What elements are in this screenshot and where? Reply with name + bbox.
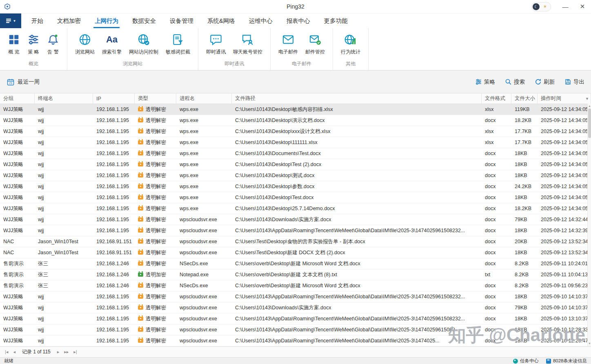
column-header-format[interactable]: 文件格式 (482, 93, 511, 104)
tab-start[interactable]: 开始 (24, 13, 50, 28)
table-row[interactable]: WJJ策略 wjj 192.168.1.195 透明解密 wpscloudsvr… (0, 313, 591, 324)
message-icon (546, 359, 551, 364)
ribbon-item-instant-messaging[interactable]: 即时通讯 (202, 30, 229, 55)
cell-group: WJJ策略 (0, 183, 35, 190)
ribbon-item-browse-web[interactable]: 浏览网站 (71, 30, 98, 55)
tab-more-features[interactable]: 更多功能 (317, 13, 355, 28)
cell-optime: 2025-09-12 14:34:05 (538, 151, 591, 156)
table-row[interactable]: NAC Jason_Win10Test 192.168.91.151 透明解密 … (0, 236, 591, 247)
padlock-icon (138, 229, 143, 233)
cell-process: NSecDs.exe (176, 261, 232, 266)
fast-forward-button[interactable]: ▸▸ (63, 349, 69, 355)
first-page-button[interactable]: |◂ (4, 349, 9, 355)
scroll-down-arrow[interactable]: ▼ (588, 341, 591, 346)
cell-process: wps.exe (176, 162, 232, 167)
scrollbar-thumb[interactable] (588, 109, 591, 138)
column-header-optime[interactable]: 操作时间 (538, 93, 591, 104)
table-row[interactable]: WJJ策略 wjj 192.168.1.195 透明解密 wps.exe C:\… (0, 170, 591, 181)
ribbon-item-web-access-control[interactable]: 网站访问控制 (125, 30, 162, 55)
table-row[interactable]: WJJ策略 wjj 192.168.1.195 透明解密 wpscloudsvr… (0, 291, 591, 302)
cell-format: docx (482, 184, 511, 189)
cell-format: docx (482, 217, 511, 222)
ribbon-item-mail-control[interactable]: 邮件管控 (302, 30, 329, 55)
tab-system-network[interactable]: 系统&网络 (200, 13, 242, 28)
cell-filepath: C:\Users\Test\Desktop\新建 DOCX 文档 (2).doc… (232, 249, 482, 256)
cell-type: 透明解密 (135, 117, 176, 124)
cell-group: WJJ策略 (0, 315, 35, 322)
ribbon-item-behavior-stats[interactable]: 行为统计 (337, 30, 364, 55)
policy-button[interactable]: 策略 (475, 78, 495, 86)
table-row[interactable]: WJJ策略 wjj 192.168.1.195 透明解密 wps.exe C:\… (0, 181, 591, 192)
table-row[interactable]: 售前演示 张三 192.168.1.246 透明解密 NSecDs.exe C:… (0, 280, 591, 291)
table-row[interactable]: WJJ策略 wjj 192.168.1.195 透明解密 wps.exe C:\… (0, 148, 591, 159)
ribbon-item-email[interactable]: 电子邮件 (275, 30, 302, 55)
search-button[interactable]: 搜索 (505, 78, 525, 86)
unread-messages-button[interactable]: 8028条未读信息 (546, 358, 587, 364)
calendar-icon: 23 (7, 78, 15, 86)
cell-group: WJJ策略 (0, 304, 35, 311)
tab-doc-encryption[interactable]: 文档加密 (50, 13, 88, 28)
padlock-icon (138, 306, 143, 310)
close-button[interactable]: ✕ (574, 0, 591, 13)
table-row[interactable]: 售前演示 张三 192.168.1.246 透明解密 NSecDs.exe C:… (0, 258, 591, 269)
table-row[interactable]: WJJ策略 wjj 192.168.1.195 透明解密 wpscloudsvr… (0, 324, 591, 335)
table-row[interactable]: WJJ策略 wjj 192.168.1.195 透明解密 wps.exe C:\… (0, 115, 591, 126)
table-row[interactable]: WJJ策略 wjj 192.168.1.195 透明解密 wpscloudsvr… (0, 302, 591, 313)
export-button[interactable]: 导出 (564, 78, 584, 86)
table-row[interactable]: WJJ策略 wjj 192.168.1.195 透明解密 wps.exe C:\… (0, 159, 591, 170)
tab-report-center[interactable]: 报表中心 (280, 13, 317, 28)
cell-type: 透明解密 (135, 128, 176, 135)
column-filter-arrow[interactable]: ▼ (584, 93, 590, 104)
theme-toggle[interactable]: ☾ ☀ (531, 2, 551, 11)
table-row[interactable]: WJJ策略 wjj 192.168.1.195 透明解密 wps.exe C:\… (0, 137, 591, 148)
column-header-terminal[interactable]: 终端名 (35, 93, 93, 104)
ribbon-item-sensitive-word-block[interactable]: 敏感词拦截 (162, 30, 194, 55)
column-header-ip[interactable]: IP (93, 93, 135, 104)
table-row[interactable]: WJJ策略 wjj 192.168.1.195 透明解密 wps.exe C:\… (0, 203, 591, 214)
tab-data-security[interactable]: 数据安全 (125, 13, 163, 28)
task-center-button[interactable]: 任务中心 (513, 358, 539, 364)
cell-process: wps.exe (176, 118, 232, 123)
ribbon-item-overview[interactable]: 概 览 (4, 30, 24, 55)
ribbon-item-alert[interactable]: 告 警 (43, 30, 63, 55)
date-range-filter[interactable]: 23 最近一周 (7, 78, 40, 86)
cell-filepath: C:\Users\10143\Desktop\演示文档.docx (232, 117, 482, 124)
table-row[interactable]: WJJ策略 wjj 192.168.1.195 透明解密 wps.exe C:\… (0, 104, 591, 115)
prev-page-button[interactable]: ◂ (12, 349, 16, 355)
cell-ip: 192.168.1.195 (93, 294, 135, 300)
tab-ops-center[interactable]: 运维中心 (242, 13, 280, 28)
vertical-scrollbar[interactable]: ▲ ▼ (587, 104, 591, 346)
tab-web-behavior[interactable]: 上网行为 (88, 13, 125, 28)
cell-group: WJJ策略 (0, 150, 35, 157)
last-page-button[interactable]: ▸| (73, 349, 78, 355)
ribbon-item-chat-account-control[interactable]: 聊天账号管控 (229, 30, 266, 55)
date-range-label: 最近一周 (18, 78, 40, 86)
refresh-button[interactable]: 刷新 (535, 78, 555, 86)
cell-process: wps.exe (176, 173, 232, 178)
table-row[interactable]: WJJ策略 wjj 192.168.1.195 透明解密 wpscloudsvr… (0, 335, 591, 346)
table-row[interactable]: WJJ策略 wjj 192.168.1.195 透明解密 wps.exe C:\… (0, 192, 591, 203)
cell-group: 售前演示 (0, 260, 35, 267)
minimize-button[interactable]: — (557, 0, 574, 13)
cell-group: 售前演示 (0, 282, 35, 289)
table-row[interactable]: NAC Jason_Win10Test 192.168.91.151 透明解密 … (0, 247, 591, 258)
cell-type: 透明解密 (135, 249, 176, 256)
column-header-process[interactable]: 进程名 (176, 93, 232, 104)
next-page-button[interactable]: ▸ (56, 349, 60, 355)
app-menu-button[interactable]: ▼ (0, 13, 21, 28)
cell-filesize: 8.2KB (511, 283, 538, 289)
table-row[interactable]: 售前演示 张三 192.168.1.246 透明加密 Notepad.exe C… (0, 269, 591, 280)
table-row[interactable]: WJJ策略 wjj 192.168.1.195 透明解密 wps.exe C:\… (0, 126, 591, 137)
column-header-filesize[interactable]: 文件大小 (511, 93, 538, 104)
column-header-group[interactable]: 分组 (0, 93, 35, 104)
scroll-up-arrow[interactable]: ▲ (588, 104, 591, 109)
column-header-type[interactable]: 类型 (135, 93, 176, 104)
column-header-filepath[interactable]: 文件路径 (232, 93, 482, 104)
ribbon-item-policy[interactable]: 策 略 (24, 30, 43, 55)
cell-terminal: wjj (35, 151, 93, 156)
table-row[interactable]: WJJ策略 wjj 192.168.1.195 透明解密 wpscloudsvr… (0, 214, 591, 225)
ribbon-item-search-engine[interactable]: Aa 搜索引擎 (98, 30, 125, 55)
task-center-icon (513, 359, 518, 364)
tab-device-management[interactable]: 设备管理 (163, 13, 200, 28)
table-row[interactable]: WJJ策略 wjj 192.168.1.195 透明解密 wpscloudsvr… (0, 225, 591, 236)
